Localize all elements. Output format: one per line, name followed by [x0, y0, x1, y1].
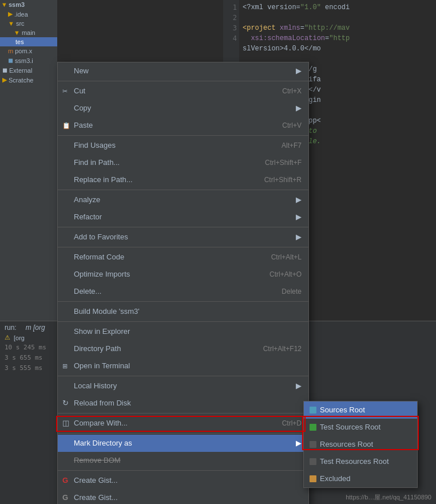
separator-8	[58, 376, 308, 376]
menu-item-optimize[interactable]: Optimize Imports Ctrl+Alt+O	[58, 266, 308, 283]
arrow-icon: ▶	[296, 102, 302, 115]
menu-item-compare-label: Compare With...	[74, 417, 271, 430]
code-line-5: slVersion>4.0.0</mo	[243, 44, 433, 54]
menu-item-find-in-path[interactable]: Find in Path... Ctrl+Shift+F	[58, 154, 308, 171]
menu-item-replace-in-path[interactable]: Replace in Path... Ctrl+Shift+R	[58, 171, 308, 188]
file-icon: ◼	[8, 57, 13, 64]
submenu-sources-root-label: Sources Root	[320, 404, 365, 416]
separator-9	[58, 413, 308, 414]
folder-icon: ▼	[8, 20, 14, 27]
tree-item-pom[interactable]: m pom.x	[0, 46, 57, 56]
menu-item-reload[interactable]: ↻ Reload from Disk	[58, 395, 308, 412]
cut-shortcut: Ctrl+X	[282, 85, 302, 97]
submenu-test-sources-root-label: Test Sources Root	[320, 421, 380, 434]
menu-item-mark-dir[interactable]: Mark Directory as ▶	[58, 435, 308, 452]
menu-item-cut[interactable]: ✂ Cut Ctrl+X	[58, 82, 308, 100]
context-menu: New ▶ ✂ Cut Ctrl+X Copy ▶ 📋 Paste Ctrl+V…	[57, 62, 309, 504]
menu-item-analyze[interactable]: Analyze ▶	[58, 191, 308, 208]
menu-item-cut-label: Cut	[74, 85, 271, 97]
menu-item-build[interactable]: Build Module 'ssm3'	[58, 303, 308, 320]
menu-item-create-gist1[interactable]: G Create Gist...	[58, 472, 308, 489]
resources-root-dot	[310, 441, 316, 448]
project-label: ssm3	[9, 1, 25, 8]
menu-item-mark-dir-label: Mark Directory as	[74, 437, 291, 450]
tree-item-external[interactable]: ◼ External	[0, 65, 57, 75]
tree-item-src[interactable]: ▼ src	[0, 19, 57, 28]
reload-icon: ↻	[62, 397, 69, 410]
test-sources-root-dot	[310, 424, 316, 431]
menu-item-local-history-label: Local History	[74, 380, 291, 392]
submenu-item-excluded[interactable]: Excluded	[304, 470, 417, 487]
tree-item-main-label: main	[22, 29, 35, 36]
separator-5	[58, 247, 308, 247]
tree-item-ssm3i[interactable]: ◼ ssm3.i	[0, 56, 57, 65]
menu-item-new-label: New	[74, 65, 291, 77]
folder-icon: ▶	[8, 10, 13, 18]
menu-item-copy-label: Copy	[74, 102, 291, 115]
submenu-test-resources-root-label: Test Resources Root	[320, 455, 389, 468]
menu-item-delete-label: Delete...	[74, 285, 270, 298]
menu-item-find-usages-label: Find Usages	[74, 139, 270, 152]
separator-3	[58, 190, 308, 190]
menu-item-favorites-label: Add to Favorites	[74, 231, 291, 243]
submenu-mark-directory: Sources Root Test Sources Root Resources…	[303, 401, 418, 488]
separator-7	[58, 321, 308, 322]
menu-item-find-usages[interactable]: Find Usages Alt+F7	[58, 137, 308, 154]
menu-item-terminal-label: Open in Terminal	[74, 360, 302, 372]
menu-item-reformat[interactable]: Reformat Code Ctrl+Alt+L	[58, 249, 308, 266]
tree-item-src-label: src	[16, 20, 25, 27]
tree-item-scratches[interactable]: ▶ Scratche	[0, 75, 57, 85]
compare-icon: ◫	[62, 417, 69, 430]
tree-item-main[interactable]: ▼ main	[0, 28, 57, 37]
project-icon: ▼	[1, 1, 7, 8]
submenu-item-test-resources-root[interactable]: Test Resources Root	[304, 453, 417, 470]
code-line-2	[243, 13, 433, 23]
paste-icon: 📋	[62, 119, 70, 132]
separator-2	[58, 135, 308, 136]
folder-icon: ▶	[2, 76, 7, 84]
menu-item-show-explorer-label: Show in Explorer	[74, 325, 302, 338]
menu-item-terminal[interactable]: ⊞ Open in Terminal	[58, 357, 308, 375]
submenu-item-test-sources-root[interactable]: Test Sources Root	[304, 419, 417, 436]
menu-item-paste[interactable]: 📋 Paste Ctrl+V	[58, 117, 308, 134]
menu-item-create-gist2[interactable]: G Create Gist...	[58, 489, 308, 504]
menu-item-replace-in-path-label: Replace in Path...	[74, 174, 253, 186]
arrow-icon: ▶	[296, 231, 302, 243]
optimize-shortcut: Ctrl+Alt+O	[269, 268, 302, 281]
menu-item-copy[interactable]: Copy ▶	[58, 100, 308, 117]
menu-item-dir-path[interactable]: Directory Path Ctrl+Alt+F12	[58, 340, 308, 357]
lib-icon: ◼	[2, 66, 7, 74]
excluded-dot	[310, 475, 316, 482]
warning-label: [org	[14, 334, 25, 341]
tree-item-ssm3i-label: ssm3.i	[15, 57, 33, 64]
menu-item-remove-bom-label: Remove BOM	[74, 454, 302, 467]
code-line-1: <?xml version="1.0" encodi	[243, 2, 433, 13]
tree-item-tes-label: tes	[15, 38, 24, 45]
menu-item-delete[interactable]: Delete... Delete	[58, 283, 308, 300]
tree-item-idea-label: .idea	[14, 11, 28, 18]
file-icon: m	[8, 48, 13, 54]
submenu-item-resources-root[interactable]: Resources Root	[304, 436, 417, 453]
menu-item-create-gist1-label: Create Gist...	[74, 474, 302, 487]
menu-item-compare[interactable]: ◫ Compare With... Ctrl+D	[58, 415, 308, 432]
menu-item-show-explorer[interactable]: Show in Explorer	[58, 323, 308, 340]
line-num-4: 4	[225, 33, 237, 44]
folder-icon: ▼	[14, 29, 20, 36]
project-root[interactable]: ▼ ssm3	[0, 0, 57, 9]
footer-link: https://b…屋.net/qq_41150890	[346, 493, 431, 502]
tree-item-external-label: External	[9, 67, 32, 74]
tab-run[interactable]: run:	[5, 324, 17, 332]
menu-item-remove-bom[interactable]: Remove BOM	[58, 452, 308, 469]
menu-item-refactor[interactable]: Refactor ▶	[58, 208, 308, 226]
menu-item-new[interactable]: New ▶	[58, 62, 308, 80]
tab-org[interactable]: m [org	[26, 324, 45, 332]
find-path-shortcut: Ctrl+Shift+F	[265, 156, 302, 169]
tree-item-tes[interactable]: tes	[0, 37, 57, 46]
reformat-shortcut: Ctrl+Alt+L	[271, 251, 302, 263]
submenu-resources-root-label: Resources Root	[320, 438, 373, 451]
menu-item-local-history[interactable]: Local History ▶	[58, 377, 308, 395]
menu-item-favorites[interactable]: Add to Favorites ▶	[58, 229, 308, 246]
submenu-item-sources-root[interactable]: Sources Root	[304, 401, 417, 419]
tree-item-idea[interactable]: ▶ .idea	[0, 9, 57, 19]
menu-item-create-gist2-label: Create Gist...	[74, 491, 302, 504]
